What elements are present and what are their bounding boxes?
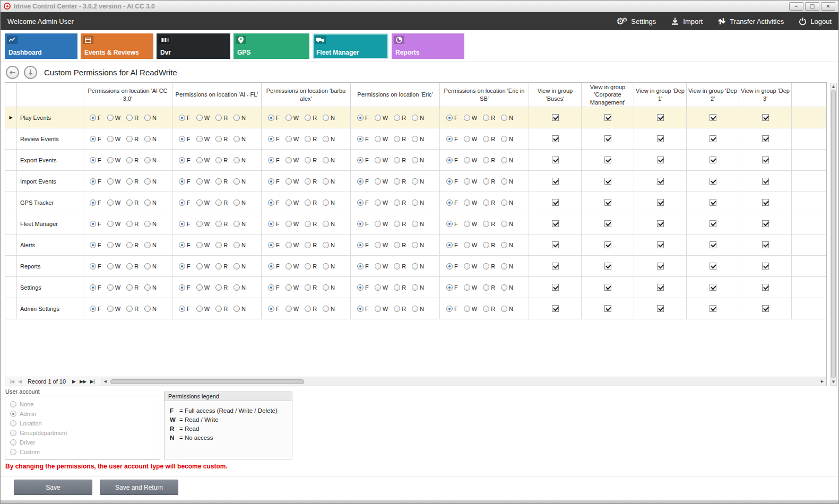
permission-radio-r[interactable]: R <box>483 242 495 248</box>
group-view-checkbox[interactable] <box>552 178 559 185</box>
scroll-right-arrow[interactable]: ▶ <box>818 379 826 384</box>
permission-radio-w[interactable]: W <box>196 306 210 312</box>
jump-forward-button[interactable]: ▶▶ <box>77 379 88 384</box>
group-view-checkbox[interactable] <box>657 199 664 206</box>
user-account-option[interactable]: Group/department <box>10 428 155 438</box>
permission-radio-n[interactable]: N <box>323 199 335 206</box>
permission-radio-n[interactable]: N <box>323 136 335 142</box>
group-view-checkbox[interactable] <box>762 114 769 121</box>
permission-radio-n[interactable]: N <box>233 263 246 270</box>
permission-radio-n[interactable]: N <box>233 306 246 312</box>
permission-radio-n[interactable]: N <box>144 221 157 227</box>
permission-radio-w[interactable]: W <box>196 263 210 270</box>
permission-radio-f[interactable]: F <box>268 306 280 312</box>
permission-radio-n[interactable]: N <box>144 284 157 291</box>
permission-radio-w[interactable]: W <box>107 199 120 206</box>
permission-radio-w[interactable]: W <box>107 178 120 185</box>
group-view-checkbox[interactable] <box>762 305 769 312</box>
permission-radio-f[interactable]: F <box>90 178 101 185</box>
permission-radio-f[interactable]: F <box>268 136 280 142</box>
permission-radio-n[interactable]: N <box>233 178 246 185</box>
permission-radio-f[interactable]: F <box>179 263 191 270</box>
group-view-checkbox[interactable] <box>657 241 664 248</box>
group-view-checkbox[interactable] <box>657 157 664 163</box>
permission-radio-r[interactable]: R <box>126 115 139 121</box>
permission-radio-f[interactable]: F <box>268 242 280 248</box>
permission-radio-r[interactable]: R <box>394 178 406 185</box>
permission-radio-f[interactable]: F <box>179 115 191 121</box>
permission-radio-f[interactable]: F <box>446 221 458 227</box>
group-view-checkbox[interactable] <box>762 157 769 163</box>
group-view-checkbox[interactable] <box>657 263 664 270</box>
permission-radio-n[interactable]: N <box>501 221 513 227</box>
group-view-checkbox[interactable] <box>710 114 716 121</box>
group-view-checkbox[interactable] <box>762 135 769 142</box>
group-view-checkbox[interactable] <box>710 220 716 227</box>
permission-radio-r[interactable]: R <box>126 284 139 291</box>
permission-radio-w[interactable]: W <box>286 157 299 163</box>
permission-radio-r[interactable]: R <box>305 136 317 142</box>
permission-radio-w[interactable]: W <box>196 178 210 185</box>
permission-radio-w[interactable]: W <box>375 306 388 312</box>
group-view-checkbox[interactable] <box>710 178 716 185</box>
permission-radio-r[interactable]: R <box>215 199 228 206</box>
scroll-down-arrow[interactable]: ▼ <box>832 379 835 385</box>
vertical-scroll-thumb[interactable] <box>831 90 836 378</box>
permission-radio-n[interactable]: N <box>144 306 157 312</box>
group-view-checkbox[interactable] <box>657 305 664 312</box>
permission-radio-f[interactable]: F <box>357 115 369 121</box>
tab-dvr[interactable]: Dvr <box>157 33 230 59</box>
group-view-checkbox[interactable] <box>762 220 769 227</box>
permission-radio-w[interactable]: W <box>375 178 388 185</box>
permission-radio-r[interactable]: R <box>394 115 406 121</box>
tab-events-reviews[interactable]: Events & Reviews <box>81 33 153 59</box>
permission-radio-f[interactable]: F <box>179 178 191 185</box>
permission-radio-n[interactable]: N <box>323 115 335 121</box>
group-view-checkbox[interactable] <box>710 135 716 142</box>
permission-radio-f[interactable]: F <box>357 242 369 248</box>
permission-radio-r[interactable]: R <box>394 136 406 142</box>
minimize-button[interactable]: – <box>789 2 803 11</box>
permission-radio-w[interactable]: W <box>196 199 210 206</box>
permission-radio-r[interactable]: R <box>394 199 406 206</box>
permission-radio-w[interactable]: W <box>107 221 120 227</box>
group-view-checkbox[interactable] <box>762 241 769 248</box>
group-view-checkbox[interactable] <box>710 305 716 312</box>
permission-radio-r[interactable]: R <box>215 306 228 312</box>
permission-radio-f[interactable]: F <box>179 157 191 163</box>
permission-radio-r[interactable]: R <box>305 263 317 270</box>
permission-radio-n[interactable]: N <box>501 199 513 206</box>
permission-radio-r[interactable]: R <box>305 284 317 291</box>
permission-radio-f[interactable]: F <box>357 306 369 312</box>
permission-radio-w[interactable]: W <box>464 221 477 227</box>
permission-radio-r[interactable]: R <box>215 157 228 163</box>
permission-radio-r[interactable]: R <box>483 284 495 291</box>
group-view-checkbox[interactable] <box>657 135 664 142</box>
permission-radio-r[interactable]: R <box>215 242 228 248</box>
permission-radio-w[interactable]: W <box>286 221 299 227</box>
table-row[interactable]: SettingsFWRNFWRNFWRNFWRNFWRN <box>5 277 826 298</box>
permission-radio-f[interactable]: F <box>179 199 191 206</box>
permission-radio-w[interactable]: W <box>464 115 477 121</box>
permission-radio-r[interactable]: R <box>215 115 228 121</box>
permission-radio-w[interactable]: W <box>196 221 210 227</box>
permission-radio-w[interactable]: W <box>375 199 388 206</box>
permission-radio-w[interactable]: W <box>375 136 388 142</box>
permission-radio-r[interactable]: R <box>126 263 139 270</box>
permission-radio-w[interactable]: W <box>286 199 299 206</box>
permission-radio-n[interactable]: N <box>323 221 335 227</box>
save-button[interactable]: Save <box>14 480 92 495</box>
scroll-left-arrow[interactable]: ◀ <box>101 379 109 384</box>
permission-radio-f[interactable]: F <box>179 136 191 142</box>
group-view-checkbox[interactable] <box>762 178 769 185</box>
permission-radio-w[interactable]: W <box>375 284 388 291</box>
permission-radio-r[interactable]: R <box>305 306 317 312</box>
permission-radio-w[interactable]: W <box>107 263 120 270</box>
permission-radio-w[interactable]: W <box>107 115 120 121</box>
table-row[interactable]: Admin SettingsFWRNFWRNFWRNFWRNFWRN <box>5 298 826 319</box>
user-account-option[interactable]: Admin <box>10 409 155 419</box>
group-view-checkbox[interactable] <box>552 284 559 291</box>
permission-radio-n[interactable]: N <box>501 242 513 248</box>
group-view-checkbox[interactable] <box>710 241 716 248</box>
permission-radio-w[interactable]: W <box>107 242 120 248</box>
